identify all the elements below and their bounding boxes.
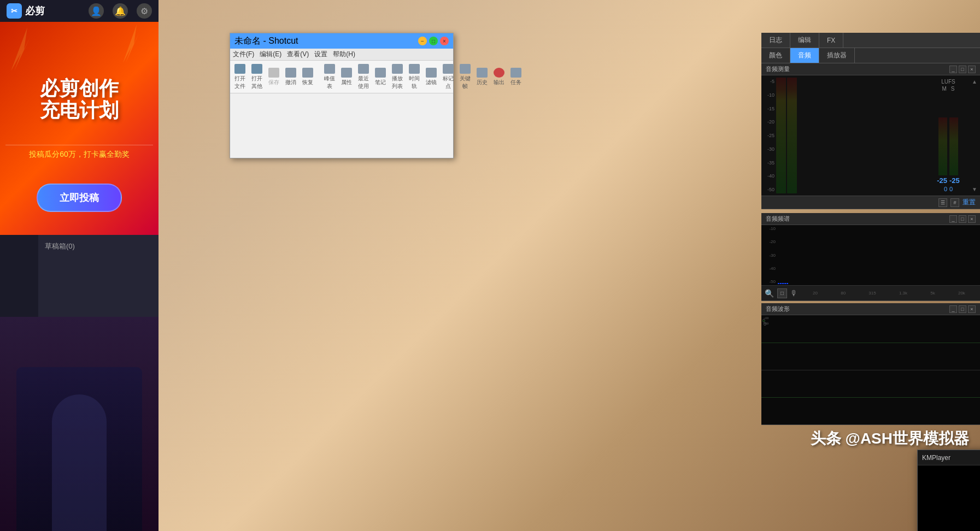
spectrum-mic-btn[interactable]: 🎙 — [790, 289, 798, 298]
shotcut-menu-file[interactable]: 文件(F) — [233, 50, 254, 59]
waveform-close[interactable]: × — [968, 305, 976, 313]
bijian-logo-icon: ✂ — [7, 3, 22, 19]
lufs-m-label: M — [942, 86, 946, 92]
toolbar-markers[interactable]: 标记点 — [441, 62, 455, 92]
tab-logs[interactable]: 日志 — [761, 33, 790, 48]
vol-scale-m40: -40 — [767, 173, 774, 179]
vol-scroll-up[interactable]: ▲ — [972, 79, 977, 85]
vol-scale-m20: -20 — [767, 119, 774, 125]
toolbar-filters[interactable]: 滤镜 — [424, 66, 438, 88]
waveform-maximize[interactable]: □ — [959, 305, 966, 313]
shotcut-menu-settings[interactable]: 设置 — [314, 50, 327, 59]
toolbar-peak-label: 峰值表 — [324, 75, 335, 90]
shotcut-close-btn[interactable]: × — [440, 37, 449, 45]
waveform-scale-inf2: -∞ — [764, 315, 768, 321]
spec-bar-4 — [784, 283, 786, 284]
toolbar-timeline[interactable]: 时间轨 — [407, 62, 421, 92]
toolbar-timeline-label: 时间轨 — [409, 75, 420, 90]
toolbar-notes-label: 笔记 — [375, 79, 386, 86]
audio-list-btn[interactable]: ☰ — [938, 198, 947, 207]
spectrum-close[interactable]: × — [968, 215, 976, 223]
vol-scale-m15: -15 — [767, 106, 774, 111]
spectrum-zoom-in[interactable]: 🔍 — [765, 289, 774, 298]
toolbar-save-label: 保存 — [268, 79, 279, 86]
audio-reset-btn[interactable]: 重置 — [963, 198, 976, 207]
toolbar-properties[interactable]: 属性 — [339, 66, 354, 88]
spec-scale-m30: -30 — [769, 253, 776, 258]
audio-grid-btn[interactable]: # — [950, 198, 959, 207]
waveform-display: 0 -∞ 0 -∞ — [761, 315, 980, 424]
waveform-scale-0: 0 -∞ 0 -∞ — [762, 318, 765, 323]
shotcut-sub-tabs: 颜色 音频 插放器 — [761, 48, 980, 63]
kmp-title-text: KMPlayer — [922, 454, 950, 462]
audio-measure-close[interactable]: × — [968, 66, 976, 73]
sub-tab-audio[interactable]: 音频 — [790, 48, 819, 63]
shotcut-menu-edit[interactable]: 编辑(E) — [260, 50, 281, 59]
shotcut-menubar: 文件(F) 编辑(E) 查看(V) 设置 帮助(H) — [230, 49, 453, 61]
shotcut-maximize-btn[interactable]: □ — [429, 37, 438, 45]
toolbar-notes[interactable]: 笔记 — [373, 66, 388, 88]
kmp-video-area: KMPlayer 📱 Mobile App ☕ Buy me a coffee … — [918, 465, 980, 531]
audio-measure-maximize[interactable]: □ — [959, 66, 966, 73]
bijian-logo: ✂ 必剪 — [7, 3, 45, 19]
spectrum-minimize[interactable]: _ — [949, 215, 957, 223]
audio-measure-title: 音频测量 — [766, 65, 790, 73]
bijian-user-btn[interactable]: 👤 — [89, 3, 104, 19]
toolbar-recent[interactable]: 最近使用 — [356, 62, 371, 92]
bijian-notification-btn[interactable]: 🔔 — [113, 3, 128, 19]
audio-reset-row: ☰ # 重置 — [761, 196, 980, 209]
toolbar-keyframes-label: 关键帧 — [460, 75, 471, 90]
toolbar-filters-label: 滤镜 — [426, 79, 437, 86]
toolbar-open-other[interactable]: 打开其他 — [250, 62, 264, 92]
vol-scale-m10: -10 — [767, 92, 774, 98]
waveform-scale-0b: 0 — [764, 321, 766, 327]
toolbar-save[interactable]: 保存 — [267, 66, 281, 88]
toolbar-playlist-label: 播放列表 — [392, 75, 403, 90]
toolbar-output[interactable]: 输出 — [492, 66, 506, 88]
shotcut-menu-view[interactable]: 查看(V) — [287, 50, 309, 59]
toolbar-history-label: 历史 — [477, 79, 488, 86]
toolbar-playlist[interactable]: 播放列表 — [390, 62, 404, 92]
audio-waveform-section: 音频波形 _ □ × 0 -∞ 0 -∞ ▼ 输出 × ▶ — [761, 303, 980, 425]
toolbar-undo[interactable]: 撤消 — [284, 66, 298, 88]
lufs-s-label: S — [951, 86, 955, 92]
spectrum-maximize[interactable]: □ — [959, 215, 966, 223]
shotcut-win-controls: − □ × — [418, 37, 449, 45]
toolbar-peak-meter[interactable]: 峰值表 — [322, 62, 337, 92]
spectrum-toolbar: 🔍 □ 🎙 20 80 315 1.3k 5k 20k — [761, 285, 980, 300]
bijian-drafts-label: 草稿箱(0) — [45, 241, 152, 251]
shotcut-menu-help[interactable]: 帮助(H) — [333, 50, 355, 59]
sub-tab-color[interactable]: 颜色 — [761, 48, 790, 63]
spectrum-bars-area — [777, 225, 980, 285]
lufs-label: LUFS — [941, 79, 955, 85]
bijian-sidebar — [0, 235, 38, 317]
toolbar-redo-label: 恢复 — [302, 79, 313, 86]
waveform-minimize[interactable]: _ — [949, 305, 957, 313]
sub-tab-player[interactable]: 插放器 — [819, 48, 855, 63]
toolbar-keyframes[interactable]: 关键帧 — [458, 62, 472, 92]
tab-fx[interactable]: FX — [819, 33, 843, 48]
freq-1k3: 1.3k — [899, 291, 907, 296]
person-area — [16, 367, 142, 531]
bijian-ad-cta-btn[interactable]: 立即投稿 — [37, 184, 122, 212]
toolbar-history[interactable]: 历史 — [475, 66, 489, 88]
lufs-bottom-s: 0 — [949, 186, 953, 192]
toolbar-output-label: 输出 — [494, 79, 504, 86]
bijian-settings-btn[interactable]: ⚙ — [137, 3, 152, 19]
spec-scale-m50: -50 — [769, 279, 776, 284]
spec-bar-5 — [787, 283, 788, 284]
toolbar-tasks[interactable]: 任务 — [509, 66, 523, 88]
lufs-bottom-m: 0 — [944, 186, 947, 192]
vol-scroll-down[interactable]: ▼ — [972, 186, 977, 192]
toolbar-open-file[interactable]: 打开文件 — [233, 62, 247, 92]
tab-edit[interactable]: 编辑 — [790, 33, 819, 48]
spectrum-display: -10 -20 -30 -40 -50 — [761, 225, 980, 285]
vol-scale-m25: -25 — [767, 133, 774, 138]
toolbar-open-file-label: 打开文件 — [234, 75, 245, 90]
freq-20k: 20k — [958, 291, 965, 296]
spectrum-box-btn[interactable]: □ — [777, 288, 787, 298]
toolbar-open-other-label: 打开其他 — [251, 75, 262, 90]
shotcut-minimize-btn[interactable]: − — [418, 37, 427, 45]
toolbar-redo[interactable]: 恢复 — [301, 66, 315, 88]
audio-measure-minimize[interactable]: _ — [949, 66, 957, 73]
